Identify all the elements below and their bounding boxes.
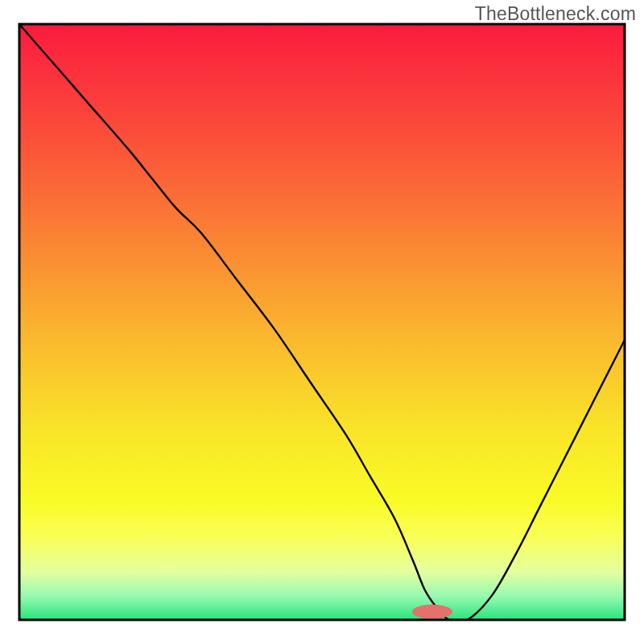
plot-background bbox=[19, 24, 625, 620]
chart-svg bbox=[0, 0, 644, 644]
watermark-text: TheBottleneck.com bbox=[475, 3, 636, 25]
chart-container: TheBottleneck.com bbox=[0, 0, 644, 644]
optimal-marker bbox=[412, 605, 452, 619]
